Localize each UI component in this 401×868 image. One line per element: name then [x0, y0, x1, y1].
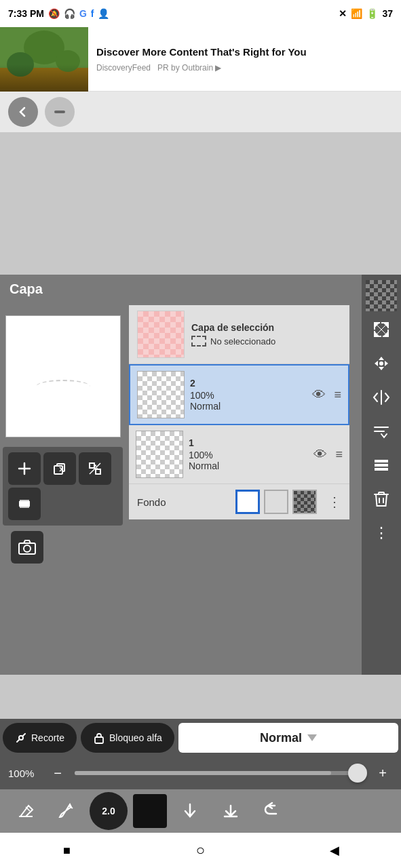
- bottom-toolbar: Recorte Bloqueo alfa Normal 100% − +: [0, 719, 401, 833]
- back-button[interactable]: [8, 97, 38, 127]
- selection-layer: Capa de selección No seleccionado: [129, 305, 349, 364]
- close-icon: ✕: [339, 8, 347, 19]
- layer-2-meta: 2 100% Normal: [190, 378, 307, 412]
- svg-point-4: [56, 50, 80, 72]
- move-button[interactable]: [366, 348, 397, 379]
- brush-tool-button[interactable]: [49, 793, 84, 829]
- alarm-icon: 🔕: [48, 8, 60, 19]
- more-options-icon[interactable]: ⋮: [328, 494, 341, 510]
- flatten-button[interactable]: [8, 488, 41, 520]
- ad-source: DiscoveryFeed PR by Outbrain ▶: [96, 63, 393, 73]
- flip-button[interactable]: [366, 382, 397, 413]
- opacity-plus-button[interactable]: +: [373, 763, 393, 783]
- background-label: Fondo: [137, 496, 229, 508]
- mode-row: Recorte Bloqueo alfa Normal: [0, 719, 401, 757]
- color-button[interactable]: [133, 794, 167, 828]
- selection-layer-title: Capa de selección: [191, 322, 341, 333]
- layer-1-thumb: [136, 431, 183, 478]
- opacity-thumb: [348, 764, 367, 783]
- layer-stack-button[interactable]: [366, 450, 397, 481]
- merge-layer-button[interactable]: [79, 452, 111, 485]
- transform-button[interactable]: [366, 314, 397, 345]
- layer-list: Capa de selección No seleccionado 2 100%…: [129, 305, 349, 519]
- brush-size-button[interactable]: 2.0: [90, 792, 128, 830]
- facebook-icon: f: [91, 8, 94, 19]
- selection-thumb: [137, 311, 185, 358]
- minus-button[interactable]: [45, 97, 75, 127]
- back-nav-button[interactable]: ◀: [321, 837, 348, 864]
- selection-sub: No seleccionado: [191, 336, 341, 347]
- layer-1-meta: 1 100% Normal: [189, 437, 308, 471]
- selection-info: Capa de selección No seleccionado: [191, 322, 341, 347]
- recorte-button[interactable]: Recorte: [3, 723, 77, 753]
- dashed-rect-icon: [191, 336, 206, 347]
- send-to-back-button[interactable]: [213, 793, 248, 829]
- brush-size-value: 2.0: [102, 806, 115, 816]
- layer-item[interactable]: 2 100% Normal 👁 ≡: [129, 364, 349, 425]
- recorte-label: Recorte: [31, 732, 64, 743]
- more-button[interactable]: ⋮: [366, 517, 397, 549]
- ad-title: Discover More Content That's Right for Y…: [96, 45, 393, 59]
- stop-icon: ■: [63, 844, 71, 858]
- menu-icon-layer2[interactable]: ≡: [334, 388, 341, 402]
- duplicate-layer-button[interactable]: [43, 452, 76, 485]
- user-icon: 👤: [98, 8, 109, 19]
- eye-icon-layer1[interactable]: 👁: [313, 447, 327, 462]
- home-button[interactable]: ○: [187, 837, 214, 864]
- bg-swatch-transparent[interactable]: [292, 490, 317, 514]
- bg-swatch-white[interactable]: [264, 490, 288, 514]
- menu-icon-layer1[interactable]: ≡: [335, 448, 343, 462]
- opacity-minus-button[interactable]: −: [47, 763, 68, 783]
- main-panel: Capa: [0, 275, 401, 675]
- home-icon: ○: [196, 842, 205, 859]
- opacity-row: 100% − +: [0, 757, 401, 789]
- battery-icon: 🔋: [366, 8, 378, 19]
- svg-point-12: [24, 545, 31, 552]
- camera-button[interactable]: [11, 531, 43, 564]
- bloqueo-label: Bloqueo alfa: [109, 732, 162, 743]
- left-section: [0, 309, 126, 627]
- back-nav-icon: ◀: [330, 843, 339, 858]
- svg-rect-21: [375, 468, 388, 471]
- send-down-button[interactable]: [172, 793, 208, 829]
- canvas-preview: [5, 315, 121, 437]
- panel-title: Capa: [9, 281, 43, 297]
- svg-rect-9: [20, 502, 29, 503]
- svg-rect-8: [96, 469, 100, 474]
- layer-down-button[interactable]: [366, 416, 397, 447]
- status-bar: 7:33 PM 🔕 🎧 G f 👤 ✕ 📶 🔋 37: [0, 0, 401, 27]
- stop-button[interactable]: ■: [54, 837, 81, 864]
- eye-icon-layer2[interactable]: 👁: [312, 387, 326, 403]
- background-options: [235, 490, 317, 514]
- svg-rect-5: [54, 111, 65, 113]
- system-nav: ■ ○ ◀: [0, 833, 401, 868]
- canvas-area: [0, 132, 401, 275]
- bloqueo-button[interactable]: Bloqueo alfa: [81, 723, 174, 753]
- opacity-percent: 100%: [8, 768, 41, 779]
- svg-rect-25: [95, 737, 103, 743]
- status-left: 7:33 PM 🔕 🎧 G f 👤: [8, 8, 109, 19]
- mode-dropdown[interactable]: Normal: [178, 723, 398, 753]
- nav-bar: [0, 92, 401, 132]
- undo-arrow-button[interactable]: [254, 793, 289, 829]
- tool-row: 2.0: [0, 789, 401, 833]
- delete-button[interactable]: [366, 484, 397, 515]
- transparency-button[interactable]: [366, 280, 397, 311]
- opacity-fill: [75, 771, 331, 775]
- layer-item[interactable]: 1 100% Normal 👁 ≡: [129, 425, 349, 484]
- eraser-tool-button[interactable]: [8, 793, 43, 829]
- canvas-squiggle: [36, 380, 90, 393]
- headphone-icon: 🎧: [64, 8, 75, 19]
- svg-rect-2: [0, 68, 88, 92]
- opacity-track[interactable]: [75, 771, 366, 775]
- svg-rect-7: [90, 463, 94, 468]
- svg-point-24: [19, 736, 23, 740]
- mode-label: Normal: [260, 731, 302, 745]
- svg-rect-10: [20, 505, 29, 506]
- layer-2-thumb: [137, 371, 185, 418]
- add-layer-button[interactable]: [8, 452, 41, 485]
- right-toolbar: ⋮: [362, 275, 401, 675]
- ad-banner[interactable]: Discover More Content That's Right for Y…: [0, 27, 401, 92]
- bg-swatch-blue[interactable]: [235, 490, 260, 514]
- status-right: ✕ 📶 🔋 37: [339, 8, 393, 19]
